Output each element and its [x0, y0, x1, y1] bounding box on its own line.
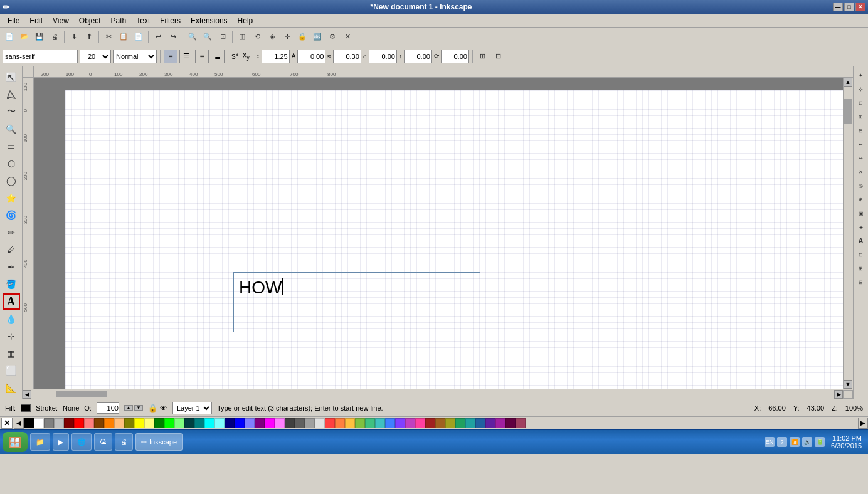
subscript-btn[interactable]: Xy	[243, 52, 250, 61]
tray-network-icon[interactable]: 📶	[790, 437, 800, 447]
color-swatch[interactable]	[345, 418, 355, 428]
color-swatch[interactable]	[516, 418, 526, 428]
import-button[interactable]: ⬇	[67, 30, 81, 44]
scrollbar-vertical[interactable]: ▲ ▼	[843, 78, 853, 389]
color-swatch[interactable]	[194, 418, 204, 428]
menu-help[interactable]: Help	[233, 15, 258, 26]
scroll-up-btn[interactable]: ▲	[844, 78, 852, 87]
preferences-button[interactable]: ⚙	[326, 30, 339, 44]
menu-view[interactable]: View	[48, 15, 74, 26]
color-swatch[interactable]	[425, 418, 435, 428]
color-swatch[interactable]	[375, 418, 385, 428]
menu-object[interactable]: Object	[74, 15, 106, 26]
rotation-input[interactable]	[441, 50, 469, 63]
color-swatch[interactable]	[475, 418, 485, 428]
no-color-swatch[interactable]: ✕	[1, 418, 13, 429]
scroll-right-btn[interactable]: ▶	[834, 390, 843, 399]
align-right-button[interactable]: ≡	[195, 50, 209, 63]
snap-tool-10[interactable]: ⊕	[855, 193, 867, 206]
snap-tool-3[interactable]: ⊡	[855, 97, 867, 109]
open-button[interactable]: 📂	[18, 30, 31, 44]
color-swatch[interactable]	[204, 418, 214, 428]
measure-tool[interactable]: 📐	[3, 379, 20, 396]
color-swatch[interactable]	[225, 418, 235, 428]
calligraphy-tool[interactable]: ✒	[3, 259, 20, 276]
align-justify-button[interactable]: ≣	[211, 50, 225, 63]
snap-tool-7[interactable]: ↪	[855, 152, 867, 164]
start-button[interactable]: 🪟	[3, 432, 28, 452]
align-left-button[interactable]: ≡	[164, 50, 177, 63]
undo-button[interactable]: ↩	[151, 30, 165, 44]
color-swatch[interactable]	[64, 418, 74, 428]
color-swatch[interactable]	[485, 418, 495, 428]
node-tool[interactable]	[3, 87, 20, 103]
menu-filters[interactable]: Filters	[155, 15, 186, 26]
color-swatch[interactable]	[184, 418, 194, 428]
print-button[interactable]: 🖨	[48, 30, 61, 44]
text-tool[interactable]: A	[3, 293, 20, 310]
color-swatch[interactable]	[114, 418, 124, 428]
transform-button[interactable]: ⟲	[250, 30, 264, 44]
color-swatch[interactable]	[445, 418, 455, 428]
tray-volume-icon[interactable]: 🔊	[802, 437, 812, 447]
xml-editor-button[interactable]: ✛	[280, 30, 294, 44]
snap-tool-5[interactable]: ⊟	[855, 124, 867, 137]
color-swatch[interactable]	[435, 418, 445, 428]
color-swatch[interactable]	[385, 418, 395, 428]
align-button[interactable]: ◫	[235, 30, 249, 44]
tray-power-icon[interactable]: 🔋	[815, 437, 825, 447]
color-swatch[interactable]	[405, 418, 415, 428]
spiral-tool[interactable]: 🌀	[3, 207, 20, 224]
color-swatch[interactable]	[44, 418, 54, 428]
color-swatch[interactable]	[465, 418, 475, 428]
taskbar-hp[interactable]: 🖨	[115, 433, 133, 451]
opacity-up-btn[interactable]: ▲	[124, 405, 133, 411]
rect-tool[interactable]: ▭	[3, 138, 20, 155]
snap-tool-12[interactable]: ◈	[855, 221, 867, 233]
snap-tool-8[interactable]: ✕	[855, 166, 867, 178]
color-swatch[interactable]	[235, 418, 245, 428]
color-swatch[interactable]	[285, 418, 295, 428]
color-swatch[interactable]	[164, 418, 174, 428]
text-object[interactable]: HOW	[233, 272, 480, 332]
tray-lang-icon[interactable]: EN	[765, 437, 775, 447]
word-spacing-input[interactable]	[333, 50, 361, 63]
scroll-down-btn[interactable]: ▼	[844, 380, 852, 389]
export-button[interactable]: ⬆	[82, 30, 96, 44]
color-swatch[interactable]	[495, 418, 505, 428]
color-swatch[interactable]	[104, 418, 114, 428]
color-swatch[interactable]	[505, 418, 516, 428]
menu-text[interactable]: Text	[131, 15, 155, 26]
maximize-button[interactable]: □	[844, 3, 854, 11]
color-swatch[interactable]	[174, 418, 184, 428]
canvas-container[interactable]: HOW	[34, 78, 843, 389]
color-swatch[interactable]	[335, 418, 345, 428]
line-height-input[interactable]	[262, 50, 290, 63]
snap-tool-14[interactable]: ⊡	[855, 248, 867, 261]
taskbar-file-browser[interactable]: 📁	[30, 433, 50, 451]
letter-spacing-input[interactable]	[297, 50, 326, 63]
new-button[interactable]: 📄	[3, 30, 16, 44]
connector-tool[interactable]: ⊹	[3, 328, 20, 345]
menu-path[interactable]: Path	[106, 15, 132, 26]
color-swatch[interactable]	[84, 418, 94, 428]
color-swatch[interactable]	[305, 418, 315, 428]
kerning-input[interactable]	[369, 50, 397, 63]
menu-edit[interactable]: Edit	[24, 15, 48, 26]
color-swatch[interactable]	[34, 418, 44, 428]
fill-stroke-button[interactable]: ◈	[265, 30, 279, 44]
star-tool[interactable]: ⭐	[3, 190, 20, 207]
color-swatch[interactable]	[255, 418, 265, 428]
eraser-tool[interactable]: ⬜	[3, 362, 20, 379]
opacity-down-btn[interactable]: ▼	[134, 405, 143, 411]
text-flow-btn[interactable]: ⊞	[476, 50, 490, 63]
snap-tool-9[interactable]: ◎	[855, 179, 867, 192]
scroll-thumb-h[interactable]	[56, 391, 107, 397]
color-swatch[interactable]	[245, 418, 255, 428]
color-swatch[interactable]	[24, 418, 34, 428]
color-swatch[interactable]	[295, 418, 305, 428]
color-swatch[interactable]	[144, 418, 154, 428]
gradient-tool[interactable]: ▦	[3, 345, 20, 362]
close-doc-button[interactable]: ✕	[341, 30, 354, 44]
color-swatch[interactable]	[275, 418, 285, 428]
